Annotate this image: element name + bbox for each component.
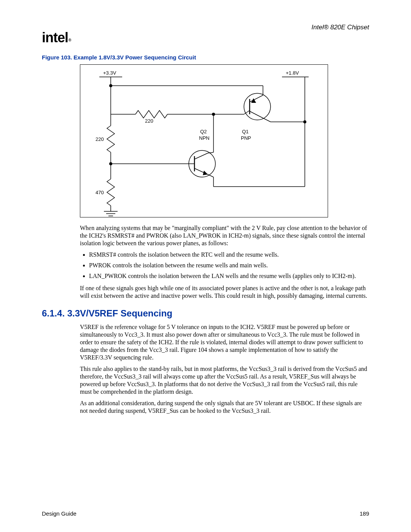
label-q2: Q2 (200, 129, 207, 134)
svg-line-25 (208, 174, 213, 177)
footer-right: 189 (360, 510, 369, 517)
svg-point-31 (244, 93, 271, 120)
page-footer: Design Guide 189 (42, 510, 369, 517)
page-header-title: Intel® 820E Chipset (312, 24, 369, 31)
list-item: RSMRST# controls the isolation between t… (89, 251, 369, 259)
bullet-list: RSMRST# controls the isolation between t… (89, 251, 369, 280)
paragraph: If one of these signals goes high while … (80, 284, 369, 300)
label-3v3: +3.3V (103, 70, 116, 76)
svg-line-38 (263, 118, 271, 122)
paragraph: This rule also applies to the stand-by r… (80, 365, 369, 396)
label-r220-left: 220 (96, 136, 104, 142)
figure-caption: Figure 103. Example 1.8V/3.3V Power Sequ… (42, 54, 369, 61)
intel-logo: intel® (42, 30, 70, 46)
paragraph: V5REF is the reference voltage for 5 V t… (80, 323, 369, 361)
paragraph: As an additional consideration, during s… (80, 399, 369, 415)
list-item: PWROK controls the isolation between the… (89, 262, 369, 269)
svg-line-37 (250, 111, 263, 118)
label-q1type: PNP (241, 135, 251, 141)
svg-marker-24 (203, 171, 208, 175)
list-item: LAN_PWROK controls the isolation between… (89, 272, 369, 280)
paragraph: When analyzing systems that may be "marg… (80, 224, 369, 247)
section-heading: 6.1.4. 3.3V/V5REF Sequencing (42, 308, 369, 319)
label-q1: Q1 (242, 129, 249, 134)
label-r220-top: 220 (145, 118, 153, 124)
label-r470: 470 (96, 190, 104, 195)
label-q2type: NPN (199, 135, 209, 141)
svg-line-34 (250, 95, 263, 102)
label-1v8: +1.8V (286, 70, 299, 76)
footer-left: Design Guide (42, 510, 76, 517)
svg-line-21 (194, 153, 208, 159)
circuit-diagram: +3.3V 220 220 470 (80, 64, 328, 217)
